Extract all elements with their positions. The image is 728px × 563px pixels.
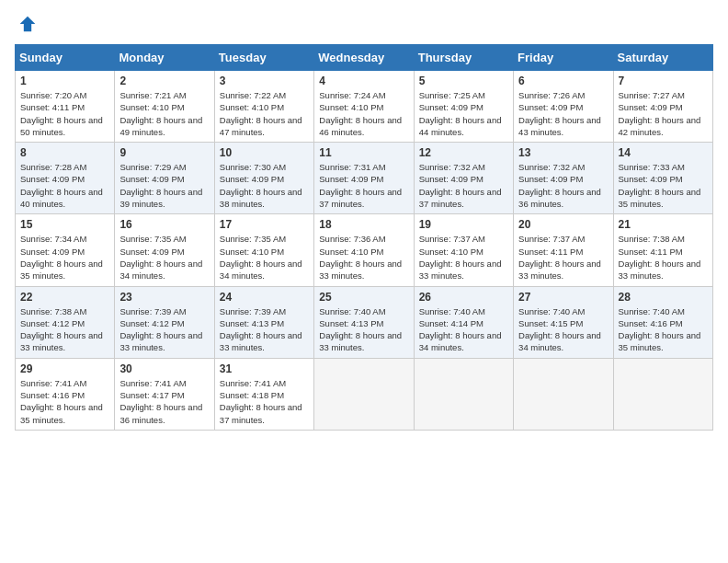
sunrise-label: Sunrise: 7:34 AM: [20, 234, 86, 244]
day-number: 24: [220, 291, 309, 304]
day-number: 23: [119, 291, 209, 304]
calendar-day-cell: 19 Sunrise: 7:37 AM Sunset: 4:10 PM Dayl…: [414, 214, 513, 286]
day-number: 19: [419, 218, 508, 231]
day-of-week-header: Saturday: [613, 45, 712, 71]
day-number: 9: [119, 146, 209, 159]
daylight-label: Daylight: 8 hours and 33 minutes.: [119, 330, 202, 352]
calendar-day-cell: [314, 358, 414, 430]
sunrise-label: Sunrise: 7:40 AM: [518, 306, 585, 316]
sunrise-label: Sunrise: 7:29 AM: [119, 162, 186, 172]
day-info: Sunrise: 7:37 AM Sunset: 4:10 PM Dayligh…: [419, 233, 508, 282]
sunrise-label: Sunrise: 7:38 AM: [619, 234, 685, 244]
day-info: Sunrise: 7:37 AM Sunset: 4:11 PM Dayligh…: [518, 233, 608, 282]
sunset-label: Sunset: 4:09 PM: [119, 247, 184, 257]
daylight-label: Daylight: 8 hours and 47 minutes.: [220, 115, 302, 137]
sunrise-label: Sunrise: 7:41 AM: [20, 378, 86, 388]
sunset-label: Sunset: 4:10 PM: [319, 102, 383, 112]
day-number: 6: [518, 75, 608, 87]
sunrise-label: Sunrise: 7:40 AM: [619, 306, 685, 316]
day-number: 1: [20, 75, 109, 87]
calendar-day-cell: 25 Sunrise: 7:40 AM Sunset: 4:13 PM Dayl…: [314, 286, 414, 358]
calendar-day-cell: [613, 358, 712, 430]
day-info: Sunrise: 7:32 AM Sunset: 4:09 PM Dayligh…: [518, 161, 608, 210]
sunset-label: Sunset: 4:11 PM: [619, 247, 683, 257]
calendar-week-row: 15 Sunrise: 7:34 AM Sunset: 4:09 PM Dayl…: [16, 214, 713, 286]
logo-icon: [18, 15, 37, 33]
day-number: 3: [220, 75, 309, 87]
daylight-label: Daylight: 8 hours and 37 minutes.: [220, 402, 302, 424]
day-number: 4: [319, 75, 408, 87]
day-number: 22: [20, 291, 109, 304]
day-number: 17: [220, 218, 309, 231]
sunrise-label: Sunrise: 7:26 AM: [518, 90, 585, 100]
sunset-label: Sunset: 4:10 PM: [119, 102, 184, 112]
calendar-day-cell: 31 Sunrise: 7:41 AM Sunset: 4:18 PM Dayl…: [214, 358, 313, 430]
day-info: Sunrise: 7:41 AM Sunset: 4:18 PM Dayligh…: [220, 377, 309, 426]
day-number: 21: [619, 218, 708, 231]
sunrise-label: Sunrise: 7:32 AM: [419, 162, 485, 172]
calendar-day-cell: 23 Sunrise: 7:39 AM Sunset: 4:12 PM Dayl…: [115, 286, 214, 358]
daylight-label: Daylight: 8 hours and 33 minutes.: [220, 330, 302, 352]
calendar-day-cell: 11 Sunrise: 7:31 AM Sunset: 4:09 PM Dayl…: [314, 143, 414, 214]
daylight-label: Daylight: 8 hours and 33 minutes.: [20, 330, 103, 352]
sunrise-label: Sunrise: 7:41 AM: [119, 378, 186, 388]
sunset-label: Sunset: 4:11 PM: [20, 102, 85, 112]
day-of-week-header: Tuesday: [214, 45, 313, 71]
calendar-header-row: SundayMondayTuesdayWednesdayThursdayFrid…: [16, 45, 713, 71]
daylight-label: Daylight: 8 hours and 36 minutes.: [518, 187, 601, 209]
logo: [15, 15, 37, 33]
calendar-day-cell: [514, 358, 613, 430]
sunrise-label: Sunrise: 7:40 AM: [419, 306, 485, 316]
daylight-label: Daylight: 8 hours and 35 minutes.: [20, 402, 103, 424]
sunset-label: Sunset: 4:15 PM: [518, 318, 583, 328]
daylight-label: Daylight: 8 hours and 43 minutes.: [518, 115, 601, 137]
sunset-label: Sunset: 4:10 PM: [419, 247, 483, 257]
day-info: Sunrise: 7:24 AM Sunset: 4:10 PM Dayligh…: [319, 89, 408, 138]
sunset-label: Sunset: 4:13 PM: [220, 318, 284, 328]
sunset-label: Sunset: 4:10 PM: [319, 247, 383, 257]
sunrise-label: Sunrise: 7:24 AM: [319, 90, 385, 100]
daylight-label: Daylight: 8 hours and 34 minutes.: [220, 259, 302, 281]
day-info: Sunrise: 7:40 AM Sunset: 4:13 PM Dayligh…: [319, 305, 408, 354]
day-number: 29: [20, 362, 109, 375]
calendar-week-row: 29 Sunrise: 7:41 AM Sunset: 4:16 PM Dayl…: [16, 358, 713, 430]
daylight-label: Daylight: 8 hours and 33 minutes.: [518, 259, 601, 281]
sunrise-label: Sunrise: 7:40 AM: [319, 306, 385, 316]
calendar-day-cell: 2 Sunrise: 7:21 AM Sunset: 4:10 PM Dayli…: [115, 71, 214, 143]
sunset-label: Sunset: 4:09 PM: [518, 102, 583, 112]
daylight-label: Daylight: 8 hours and 36 minutes.: [119, 402, 202, 424]
day-of-week-header: Wednesday: [314, 45, 414, 71]
day-info: Sunrise: 7:26 AM Sunset: 4:09 PM Dayligh…: [518, 89, 608, 138]
calendar-day-cell: 6 Sunrise: 7:26 AM Sunset: 4:09 PM Dayli…: [514, 71, 613, 143]
day-info: Sunrise: 7:40 AM Sunset: 4:16 PM Dayligh…: [619, 305, 708, 354]
calendar-week-row: 22 Sunrise: 7:38 AM Sunset: 4:12 PM Dayl…: [16, 286, 713, 358]
sunset-label: Sunset: 4:10 PM: [220, 247, 284, 257]
day-of-week-header: Sunday: [16, 45, 115, 71]
sunset-label: Sunset: 4:17 PM: [119, 390, 184, 400]
day-info: Sunrise: 7:41 AM Sunset: 4:16 PM Dayligh…: [20, 377, 109, 426]
calendar-day-cell: 26 Sunrise: 7:40 AM Sunset: 4:14 PM Dayl…: [414, 286, 513, 358]
calendar-day-cell: 3 Sunrise: 7:22 AM Sunset: 4:10 PM Dayli…: [214, 71, 313, 143]
sunrise-label: Sunrise: 7:36 AM: [319, 234, 385, 244]
sunset-label: Sunset: 4:10 PM: [220, 102, 284, 112]
day-number: 26: [419, 291, 508, 304]
calendar-day-cell: 15 Sunrise: 7:34 AM Sunset: 4:09 PM Dayl…: [16, 214, 115, 286]
sunrise-label: Sunrise: 7:35 AM: [220, 234, 286, 244]
day-info: Sunrise: 7:40 AM Sunset: 4:15 PM Dayligh…: [518, 305, 608, 354]
sunrise-label: Sunrise: 7:22 AM: [220, 90, 286, 100]
day-info: Sunrise: 7:20 AM Sunset: 4:11 PM Dayligh…: [20, 89, 109, 138]
day-of-week-header: Monday: [115, 45, 214, 71]
day-info: Sunrise: 7:35 AM Sunset: 4:10 PM Dayligh…: [220, 233, 309, 282]
daylight-label: Daylight: 8 hours and 39 minutes.: [119, 187, 202, 209]
daylight-label: Daylight: 8 hours and 40 minutes.: [20, 187, 103, 209]
day-info: Sunrise: 7:39 AM Sunset: 4:12 PM Dayligh…: [119, 305, 209, 354]
day-number: 20: [518, 218, 608, 231]
day-number: 10: [220, 146, 309, 159]
day-number: 27: [518, 291, 608, 304]
sunrise-label: Sunrise: 7:28 AM: [20, 162, 86, 172]
daylight-label: Daylight: 8 hours and 44 minutes.: [419, 115, 502, 137]
day-info: Sunrise: 7:27 AM Sunset: 4:09 PM Dayligh…: [619, 89, 708, 138]
day-number: 5: [419, 75, 508, 87]
daylight-label: Daylight: 8 hours and 35 minutes.: [20, 259, 103, 281]
calendar-day-cell: 5 Sunrise: 7:25 AM Sunset: 4:09 PM Dayli…: [414, 71, 513, 143]
